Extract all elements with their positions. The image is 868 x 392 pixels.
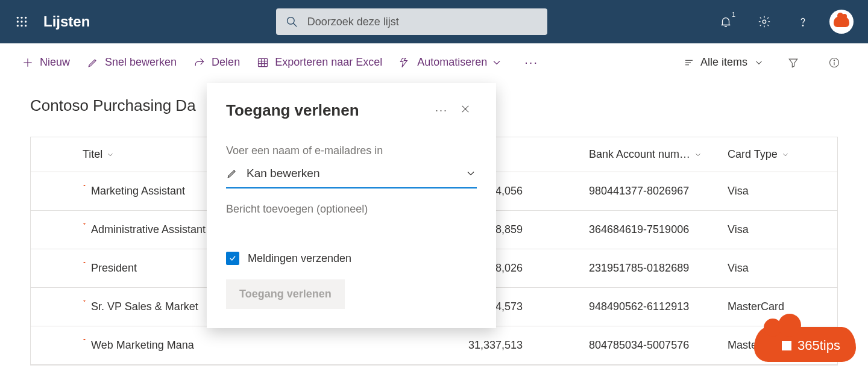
check-icon	[228, 254, 237, 263]
suite-header: Lijsten 1	[0, 0, 868, 43]
info-button[interactable]	[822, 51, 846, 75]
new-label: Nieuw	[40, 56, 70, 69]
pencil-icon	[87, 57, 99, 69]
bell-icon	[719, 15, 732, 28]
permission-dropdown[interactable]: Kan bewerken	[226, 161, 477, 188]
quick-edit-label: Snel bewerken	[105, 56, 177, 69]
grant-access-dialog: Toegang verlenen ··· Voer een naam of e-…	[207, 83, 496, 328]
share-button[interactable]: Delen	[193, 56, 240, 69]
cell-card: Visa	[718, 185, 826, 198]
flow-icon	[399, 57, 411, 69]
watermark-badge: 365tips	[754, 327, 856, 362]
export-excel-button[interactable]: Exporteren naar Excel	[257, 56, 382, 69]
search-container	[114, 8, 709, 35]
chevron-down-icon	[781, 151, 790, 159]
cell-bank: 364684619-7519006	[579, 223, 718, 236]
dialog-close[interactable]	[454, 100, 477, 120]
svg-point-11	[763, 20, 766, 23]
watermark-text: 365tips	[797, 338, 840, 353]
svg-point-9	[287, 17, 294, 25]
column-card[interactable]: Card Type	[718, 148, 826, 161]
share-label: Delen	[212, 56, 240, 69]
svg-point-1	[20, 17, 22, 19]
plus-icon	[22, 57, 34, 69]
chevron-down-icon	[465, 167, 477, 179]
chevron-down-icon	[694, 151, 702, 159]
notify-checkbox[interactable]	[226, 252, 239, 265]
cell-card: Visa	[718, 223, 826, 236]
svg-point-12	[802, 25, 803, 26]
dialog-title: Toegang verlenen	[226, 101, 429, 120]
automate-label: Automatiseren	[417, 56, 487, 69]
search-input[interactable]	[307, 16, 538, 28]
chevron-down-icon	[753, 57, 764, 68]
more-commands[interactable]: ···	[520, 55, 543, 69]
dialog-header: Toegang verlenen ···	[226, 100, 477, 120]
chevron-down-icon	[106, 151, 115, 159]
column-bank[interactable]: Bank Account num…	[579, 148, 718, 161]
office-icon	[782, 341, 791, 350]
cell-title: President	[83, 262, 137, 275]
export-label: Exporteren naar Excel	[275, 56, 382, 69]
cell-bank: 231951785-0182689	[579, 262, 718, 275]
message-placeholder[interactable]: Bericht toevoegen (optioneel)	[226, 203, 477, 216]
cell-card: MasterCard	[718, 300, 826, 313]
search-box[interactable]	[276, 8, 547, 35]
help-button[interactable]	[786, 5, 820, 39]
svg-point-8	[25, 25, 27, 26]
svg-point-7	[20, 25, 22, 26]
chevron-down-icon	[491, 57, 503, 69]
svg-line-10	[293, 23, 297, 27]
filter-icon	[787, 57, 799, 69]
app-name[interactable]: Lijsten	[43, 13, 90, 30]
view-selector[interactable]: Alle items	[684, 56, 764, 69]
view-label: Alle items	[700, 56, 747, 69]
list-lines-icon	[684, 57, 694, 68]
new-button[interactable]: Nieuw	[22, 56, 70, 69]
cell-bank: 948490562-6112913	[579, 300, 718, 313]
svg-point-5	[25, 20, 27, 22]
cell-card: Visa	[718, 262, 826, 275]
header-actions: 1	[709, 5, 868, 39]
svg-point-3	[17, 20, 19, 22]
svg-point-6	[17, 25, 19, 26]
close-icon	[460, 104, 471, 114]
cell-title: Marketing Assistant	[83, 185, 185, 198]
share-icon	[193, 57, 206, 69]
svg-point-25	[834, 60, 834, 60]
settings-button[interactable]	[747, 5, 781, 39]
cell-bank: 804785034-5007576	[579, 339, 718, 352]
permission-value: Kan bewerken	[247, 167, 456, 180]
notify-checkbox-row[interactable]: Meldingen verzenden	[226, 252, 477, 265]
svg-point-0	[17, 17, 19, 19]
cell-bank: 980441377-8026967	[579, 185, 718, 198]
notification-badge: 1	[732, 11, 735, 18]
automate-button[interactable]: Automatiseren	[399, 56, 503, 69]
people-input-placeholder[interactable]: Voer een naam of e-mailadres in	[226, 145, 477, 157]
info-icon	[828, 57, 840, 69]
gear-icon	[758, 15, 771, 28]
cell-ssn: 31,337,513	[459, 339, 579, 352]
notifications-button[interactable]: 1	[709, 5, 743, 39]
dialog-more[interactable]: ···	[429, 101, 454, 120]
question-icon	[796, 15, 810, 28]
command-bar: Nieuw Snel bewerken Delen Exporteren naa…	[0, 43, 868, 82]
filter-button[interactable]	[781, 51, 805, 75]
cell-title: Sr. VP Sales & Market	[83, 300, 198, 313]
svg-point-4	[20, 20, 22, 22]
notify-label: Meldingen verzenden	[248, 252, 351, 265]
grant-access-button[interactable]: Toegang verlenen	[226, 279, 345, 309]
svg-point-2	[25, 17, 27, 19]
svg-rect-15	[259, 58, 268, 66]
pencil-icon	[226, 167, 238, 179]
cell-title: Administrative Assistant	[83, 223, 206, 236]
avatar	[829, 10, 854, 34]
app-launcher-icon[interactable]	[0, 0, 43, 43]
account-button[interactable]	[825, 5, 858, 39]
table-row[interactable]: Web Marketing Mana 31,337,513 804785034-…	[31, 326, 837, 365]
cell-title: Web Marketing Mana	[83, 339, 194, 352]
quick-edit-button[interactable]: Snel bewerken	[87, 56, 177, 69]
excel-icon	[257, 57, 269, 69]
search-icon	[286, 16, 298, 28]
